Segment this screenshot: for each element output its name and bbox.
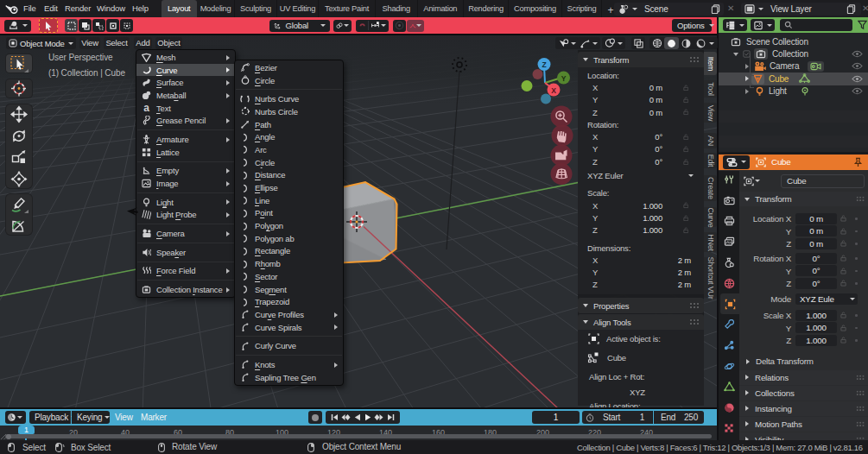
svg-text:Z: Z <box>542 60 546 69</box>
svg-text:Y: Y <box>561 74 567 83</box>
svg-text:X: X <box>551 86 556 95</box>
